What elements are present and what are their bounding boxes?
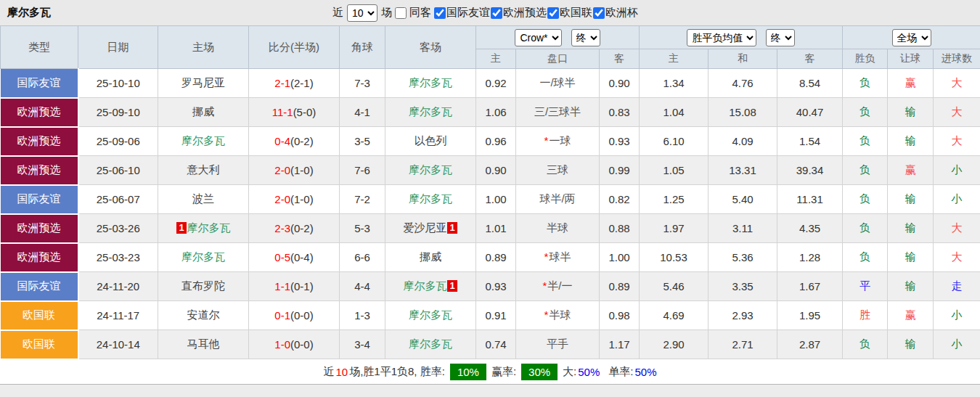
sub-header-handicap: 盘口 <box>516 49 600 69</box>
handicap-star: * <box>544 250 549 263</box>
avg-away-cell: 1.67 <box>777 272 843 301</box>
recent-label: 近 <box>332 6 343 20</box>
odds-away-cell: 1.17 <box>600 330 640 359</box>
away-team-cell: 摩尔多瓦 <box>385 98 476 127</box>
filter-checkboxes: 国际友谊欧洲预选欧国联欧洲杯 <box>433 6 638 20</box>
red-card-badge: 1 <box>176 222 186 234</box>
score-cell: 2-1(2-1) <box>249 69 340 98</box>
same-away-checkbox[interactable] <box>395 7 407 19</box>
table-row: 欧国联24-10-14马耳他1-0(0-0)3-4摩尔多瓦0.74平手1.172… <box>1 330 980 359</box>
type-badge: 国际友谊 <box>1 185 78 214</box>
avg-home-cell: 5.46 <box>640 272 709 301</box>
type-badge: 欧洲预选 <box>1 98 78 127</box>
date-cell: 25-10-10 <box>78 69 158 98</box>
result-wdl-cell: 负 <box>843 98 888 127</box>
avg-draw-cell: 5.36 <box>709 243 777 272</box>
handicap-cell: *半/一 <box>516 272 600 301</box>
result-handicap-cell: 输 <box>888 185 934 214</box>
result-handicap-cell: 输 <box>888 330 934 359</box>
single-rate-value: 50% <box>634 366 656 378</box>
filter-label: 欧洲预选 <box>503 6 547 20</box>
odds-away-cell: 0.83 <box>600 98 640 127</box>
result-handicap-cell: 输 <box>888 98 934 127</box>
filter-checkbox[interactable] <box>434 7 446 19</box>
avg-draw-cell: 15.08 <box>709 98 777 127</box>
result-goals-cell: 小 <box>934 330 980 359</box>
odds-home-cell: 0.92 <box>476 69 516 98</box>
filter-item-3[interactable]: 欧洲杯 <box>592 6 638 20</box>
score-cell: 0-4(0-2) <box>249 127 340 156</box>
page-title: 摩尔多瓦 <box>7 6 51 20</box>
type-badge: 国际友谊 <box>1 272 78 301</box>
odds-away-cell: 0.98 <box>600 301 640 330</box>
filter-checkbox[interactable] <box>547 7 559 19</box>
result-goals-cell: 大 <box>934 98 980 127</box>
result-wdl-cell: 负 <box>843 127 888 156</box>
table-row: 欧洲预选25-09-10挪威11-1(5-0)4-1摩尔多瓦1.06三/三球半0… <box>1 98 980 127</box>
score-cell: 2-0(1-0) <box>249 185 340 214</box>
odds-away-cell: 0.99 <box>600 156 640 185</box>
score-cell: 1-1(0-1) <box>249 272 340 301</box>
home-team-cell: 波兰 <box>158 185 249 214</box>
home-team-cell: 摩尔多瓦 <box>158 243 249 272</box>
corner-cell: 7-2 <box>340 185 385 214</box>
summary-count: 10 <box>335 366 348 378</box>
result-wdl-cell: 平 <box>843 272 888 301</box>
handicap-rate-label: 赢率: <box>491 365 516 379</box>
avg-draw-cell: 3.11 <box>709 214 777 243</box>
corner-cell: 3-4 <box>340 330 385 359</box>
avg-draw-cell: 2.71 <box>709 330 777 359</box>
handicap-cell: *半球 <box>516 301 600 330</box>
avg-away-cell: 1.54 <box>777 127 843 156</box>
filter-item-2[interactable]: 欧国联 <box>547 6 592 20</box>
filter-item-0[interactable]: 国际友谊 <box>433 6 490 20</box>
scope-select[interactable]: 全场 <box>892 29 931 46</box>
single-rate-label: 单率: <box>608 365 633 379</box>
corner-cell: 1-3 <box>340 301 385 330</box>
avg-group-header: 胜平负均值 终 <box>640 26 843 49</box>
table-row: 国际友谊25-10-10罗马尼亚2-1(2-1)7-3摩尔多瓦0.92一/球半0… <box>1 69 980 98</box>
table-row: 国际友谊25-06-07波兰2-0(1-0)7-2摩尔多瓦1.00球半/两0.8… <box>1 185 980 214</box>
same-away-label: 同客 <box>409 6 431 20</box>
type-badge: 欧洲预选 <box>1 156 78 185</box>
corner-cell: 6-6 <box>340 243 385 272</box>
odds-away-cell: 0.93 <box>600 127 640 156</box>
filter-checkbox[interactable] <box>491 7 502 19</box>
filter-checkbox[interactable] <box>593 7 605 19</box>
odds-home-cell: 0.90 <box>476 156 516 185</box>
odds-home-cell: 1.01 <box>476 214 516 243</box>
avg-type-select[interactable]: 胜平负均值 <box>687 29 756 46</box>
away-team-cell: 摩尔多瓦1 <box>385 272 476 301</box>
sub-header-handicap-result: 让球 <box>888 49 934 69</box>
result-wdl-cell: 负 <box>843 156 888 185</box>
corner-cell: 4-1 <box>340 98 385 127</box>
result-group-header: 全场 <box>843 26 980 49</box>
table-body: 国际友谊25-10-10罗马尼亚2-1(2-1)7-3摩尔多瓦0.92一/球半0… <box>1 69 980 359</box>
recent-count-select[interactable]: 10 <box>347 4 377 22</box>
away-team-cell: 挪威 <box>385 243 476 272</box>
avg-away-cell: 1.28 <box>777 243 843 272</box>
odds-stage-select[interactable]: 终 <box>571 29 600 46</box>
avg-away-cell: 1.95 <box>777 301 843 330</box>
home-team-cell: 挪威 <box>158 98 249 127</box>
avg-stage-select[interactable]: 终 <box>766 29 795 46</box>
date-cell: 25-03-26 <box>78 214 158 243</box>
big-rate-label: 大: <box>563 365 576 379</box>
score-cell: 11-1(5-0) <box>249 98 340 127</box>
odds-company-select[interactable]: Crow* <box>515 29 562 46</box>
avg-draw-cell: 4.09 <box>709 127 777 156</box>
type-badge: 欧洲预选 <box>1 127 78 156</box>
handicap-cell: 三球 <box>516 156 600 185</box>
result-handicap-cell: 赢 <box>888 156 934 185</box>
sub-header-wdl: 胜负 <box>843 49 888 69</box>
odds-group-header: Crow* 终 <box>476 26 640 49</box>
result-goals-cell: 走 <box>934 272 980 301</box>
matches-label: 场 <box>381 6 392 20</box>
odds-home-cell: 0.89 <box>476 243 516 272</box>
avg-home-cell: 1.05 <box>640 156 709 185</box>
odds-home-cell: 1.06 <box>476 98 516 127</box>
avg-draw-cell: 5.40 <box>709 185 777 214</box>
type-badge: 欧国联 <box>1 330 78 359</box>
filter-item-1[interactable]: 欧洲预选 <box>490 6 547 20</box>
result-wdl-cell: 负 <box>843 185 888 214</box>
